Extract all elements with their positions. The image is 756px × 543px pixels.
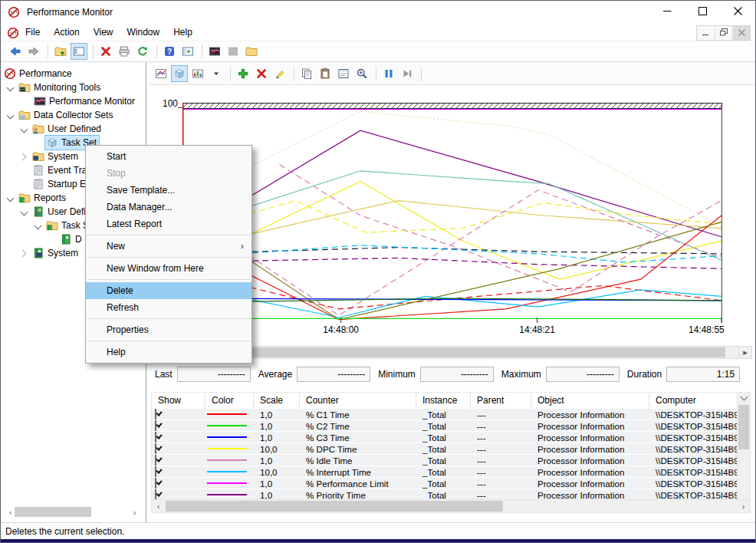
context-menu-item-delete[interactable]: Delete: [86, 282, 251, 299]
column-header-instance[interactable]: Instance: [416, 393, 471, 409]
tree-item-body[interactable]: System: [31, 246, 81, 260]
perf-dark-button[interactable]: [206, 43, 223, 60]
tree-item-performance-monitor[interactable]: Performance Monitor: [1, 94, 146, 108]
pause-button[interactable]: [380, 65, 397, 82]
context-menu-item-new-window-from-here[interactable]: New Window from Here: [86, 260, 251, 277]
show-checkbox[interactable]: [155, 466, 156, 477]
legend-vertical-scrollbar[interactable]: [737, 393, 750, 499]
add-button[interactable]: [235, 65, 251, 82]
show-checkbox[interactable]: [155, 409, 156, 420]
legend-horizontal-scrollbar[interactable]: ‹ ›: [152, 499, 750, 512]
tree-item-body[interactable]: System: [31, 150, 81, 163]
legend-row[interactable]: 1,0% C2 Time_Total---Processor Informati…: [152, 420, 750, 432]
expander-down-icon[interactable]: [6, 82, 17, 93]
show-checkbox[interactable]: [155, 478, 156, 489]
tree-item-user-defined[interactable]: User Defined: [1, 122, 146, 136]
legend-row[interactable]: 10,0% Interrupt Time_Total---Processor I…: [152, 466, 750, 478]
tree-item-body[interactable]: User Defined: [31, 122, 104, 136]
tree-horizontal-scrollbar[interactable]: ‹›: [4, 505, 141, 518]
tree-item-performance[interactable]: Performance: [1, 67, 146, 81]
tree-item-body[interactable]: Performance Monitor: [33, 94, 137, 108]
scrollbar-thumb[interactable]: [15, 507, 91, 517]
step-button[interactable]: [399, 65, 416, 82]
context-menu-item-latest-report[interactable]: Latest Report: [86, 216, 251, 232]
show-checkbox[interactable]: [155, 443, 156, 454]
forward-button[interactable]: [25, 43, 42, 60]
menu-file[interactable]: File: [18, 24, 47, 41]
tree-item-body[interactable]: Monitoring Tools: [18, 81, 103, 94]
console-tree-button[interactable]: [71, 43, 87, 60]
tree-item-body[interactable]: D: [59, 232, 84, 246]
legend-row[interactable]: 1,0% C3 Time_Total---Processor Informati…: [152, 432, 750, 443]
paste-button[interactable]: [317, 65, 334, 82]
remove-button[interactable]: [253, 65, 270, 82]
legend-row[interactable]: 10,0% DPC Time_Total---Processor Informa…: [152, 443, 750, 455]
caret-button[interactable]: [208, 65, 225, 82]
print-button[interactable]: [116, 43, 133, 60]
scrollbar-thumb[interactable]: [738, 405, 749, 449]
help-button[interactable]: ?: [161, 43, 178, 60]
console-new-button[interactable]: [179, 43, 196, 60]
maximize-button[interactable]: [685, 1, 720, 24]
column-header-scale[interactable]: Scale: [254, 393, 300, 409]
context-menu-item-data-manager-[interactable]: Data Manager...: [86, 199, 251, 216]
context-menu-item-start[interactable]: Start: [86, 148, 251, 165]
column-header-object[interactable]: Object: [531, 393, 649, 409]
blank-button[interactable]: [225, 43, 242, 60]
scroll-left-arrow[interactable]: ‹: [152, 500, 165, 512]
context-menu-item-save-template-[interactable]: Save Template...: [86, 182, 251, 199]
column-header-color[interactable]: Color: [205, 393, 254, 409]
mdi-close-button[interactable]: [732, 26, 750, 40]
context-menu-item-help[interactable]: Help: [86, 344, 251, 360]
chart-type-button[interactable]: [189, 65, 206, 82]
view-cube-button[interactable]: [171, 65, 188, 82]
tree-item-monitoring-tools[interactable]: Monitoring Tools: [1, 81, 146, 94]
refresh-button[interactable]: [134, 43, 151, 60]
menu-view[interactable]: View: [87, 24, 120, 41]
delete-x-button[interactable]: [97, 43, 114, 60]
tree-item-body[interactable]: Performance: [3, 67, 74, 81]
copy-button[interactable]: [298, 65, 315, 82]
show-checkbox[interactable]: [155, 420, 156, 431]
close-button[interactable]: [720, 1, 755, 24]
zoom-button[interactable]: [353, 65, 370, 82]
view-graph-button[interactable]: [153, 65, 169, 82]
legend-row[interactable]: 1,0% C1 Time_Total---Processor Informati…: [152, 409, 750, 420]
expander-right-icon[interactable]: [20, 248, 31, 258]
mdi-restore-button[interactable]: [715, 26, 732, 40]
context-menu-item-refresh[interactable]: Refresh: [86, 299, 251, 316]
context-menu-item-properties[interactable]: Properties: [86, 321, 251, 338]
back-button[interactable]: [7, 43, 24, 60]
show-checkbox[interactable]: [155, 432, 156, 443]
column-header-counter[interactable]: Counter: [300, 393, 416, 409]
tree-item-data-collector-sets[interactable]: Data Collector Sets: [1, 108, 146, 122]
legend-row[interactable]: 1,0% Performance Limit_Total---Processor…: [152, 478, 750, 489]
folder-button[interactable]: [243, 43, 260, 60]
menu-action[interactable]: Action: [47, 24, 86, 41]
expander-down-icon[interactable]: [20, 123, 31, 134]
folder-up-button[interactable]: [52, 43, 69, 60]
show-checkbox[interactable]: [155, 455, 156, 466]
menu-help[interactable]: Help: [166, 24, 199, 41]
pencil-button[interactable]: [271, 65, 288, 82]
column-header-show[interactable]: Show: [152, 393, 205, 409]
tree-item-body[interactable]: Reports: [18, 191, 68, 205]
menu-window[interactable]: Window: [120, 24, 167, 41]
scroll-down-arrow[interactable]: [738, 393, 750, 404]
expander-down-icon[interactable]: [6, 193, 17, 203]
minimize-button[interactable]: [649, 1, 685, 24]
props-button[interactable]: [335, 65, 352, 82]
expander-down-icon[interactable]: [6, 110, 17, 120]
expander-down-icon[interactable]: [20, 206, 31, 217]
column-header-parent[interactable]: Parent: [471, 393, 531, 409]
legend-row[interactable]: 1,0% Idle Time_Total---Processor Informa…: [152, 455, 750, 466]
expander-right-icon[interactable]: [20, 151, 31, 162]
scroll-right-arrow[interactable]: ›: [128, 505, 141, 518]
mdi-minimize-button[interactable]: [697, 26, 715, 40]
scrollbar-thumb[interactable]: [166, 501, 503, 512]
scroll-right-arrow[interactable]: ›: [737, 500, 750, 512]
scroll-right-arrow[interactable]: ▸: [738, 347, 751, 358]
show-checkbox[interactable]: [155, 489, 156, 500]
context-menu-item-new[interactable]: New›: [86, 238, 251, 255]
tree-item-body[interactable]: Data Collector Sets: [18, 108, 115, 122]
